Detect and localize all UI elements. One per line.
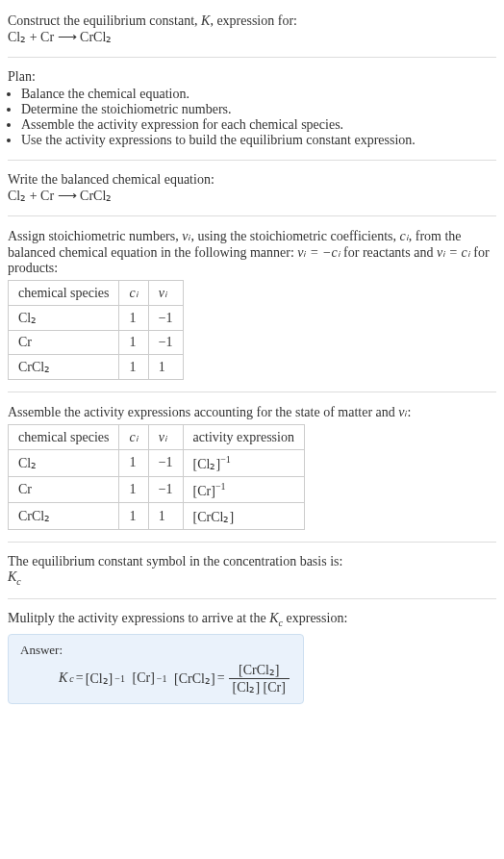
term2-base: [Cr] <box>133 670 155 686</box>
Kc-sub: c <box>16 576 20 587</box>
table-header: cᵢ <box>119 425 148 450</box>
intro-K: K <box>201 13 210 28</box>
assemble-section: Assemble the activity expressions accoun… <box>8 398 496 536</box>
table-cell: 1 <box>119 503 148 530</box>
term1-sup: −1 <box>114 673 125 684</box>
table-cell: Cl₂ <box>9 450 119 477</box>
table-row: CrCl₂ 1 1 <box>9 355 184 380</box>
activity-table: chemical species cᵢ νᵢ activity expressi… <box>8 424 305 530</box>
table-header: chemical species <box>9 281 119 306</box>
multiply-text: Mulitply the activity expressions to arr… <box>8 611 496 628</box>
expr-base: [Cr] <box>193 483 215 497</box>
plan-item: Assemble the activity expression for eac… <box>21 117 496 133</box>
answer-equation: Kc = [Cl₂]−1 [Cr]−1 [CrCl₂] = [CrCl₂] [C… <box>20 662 291 695</box>
table-header: activity expression <box>183 425 304 450</box>
answer-fraction: [CrCl₂] [Cl₂] [Cr] <box>229 662 290 695</box>
term2-sup: −1 <box>157 673 167 684</box>
table-cell: 1 <box>119 476 148 503</box>
divider <box>8 215 496 216</box>
divider <box>8 160 496 161</box>
table-header: νᵢ <box>148 425 183 450</box>
eq-sign: = <box>76 670 84 686</box>
table-cell: Cr <box>9 476 119 503</box>
table-header-row: chemical species cᵢ νᵢ activity expressi… <box>9 425 305 450</box>
multiply-text-b: expression: <box>283 611 347 625</box>
divider <box>8 598 496 599</box>
plan-item: Use the activity expressions to build th… <box>21 133 496 148</box>
assemble-text-a: Assemble the activity expressions accoun… <box>8 405 398 419</box>
table-cell: 1 <box>119 306 148 331</box>
table-cell: 1 <box>119 450 148 477</box>
multiply-text-a: Mulitply the activity expressions to arr… <box>8 611 269 625</box>
assign-text-d: for reactants and <box>340 245 437 260</box>
table-row: Cr 1 −1 <box>9 331 184 355</box>
table-cell: −1 <box>148 331 183 355</box>
assign-rel1: νᵢ = −cᵢ <box>297 245 340 260</box>
table-cell: Cr <box>9 331 119 355</box>
expr-sup: −1 <box>215 481 226 492</box>
assemble-nu: νᵢ <box>398 405 407 419</box>
table-cell: CrCl₂ <box>9 355 119 380</box>
table-cell: CrCl₂ <box>9 503 119 530</box>
frac-num: [CrCl₂] <box>229 662 290 679</box>
expr-sup: −1 <box>220 454 231 465</box>
assign-text: Assign stoichiometric numbers, νᵢ, using… <box>8 228 496 276</box>
term1-base: [Cl₂] <box>86 670 113 687</box>
table-cell: [Cr]−1 <box>183 476 304 503</box>
plan-item: Determine the stoichiometric numbers. <box>21 102 496 117</box>
divider <box>8 542 496 543</box>
term3-base: [CrCl₂] <box>174 670 215 687</box>
table-row: Cl₂ 1 −1 [Cl₂]−1 <box>9 450 305 477</box>
intro-equation: Cl₂ + Cr ⟶ CrCl₂ <box>8 29 496 45</box>
eq-sign-2: = <box>217 670 225 686</box>
expr-base: [CrCl₂] <box>193 510 235 524</box>
table-cell: 1 <box>148 355 183 380</box>
intro-line1: Construct the equilibrium constant, K, e… <box>8 13 496 29</box>
basis-line1: The equilibrium constant symbol in the c… <box>8 554 496 569</box>
plan-heading: Plan: <box>8 69 496 85</box>
multiply-section: Mulitply the activity expressions to arr… <box>8 605 496 710</box>
assign-c: cᵢ <box>400 229 409 243</box>
stoich-table: chemical species cᵢ νᵢ Cl₂ 1 −1 Cr 1 −1 … <box>8 280 184 380</box>
table-cell: −1 <box>148 476 183 503</box>
basis-section: The equilibrium constant symbol in the c… <box>8 548 496 593</box>
plan-list: Balance the chemical equation. Determine… <box>8 87 496 148</box>
table-cell: 1 <box>119 331 148 355</box>
table-row: Cl₂ 1 −1 <box>9 306 184 331</box>
table-header-row: chemical species cᵢ νᵢ <box>9 281 184 306</box>
table-cell: −1 <box>148 450 183 477</box>
table-row: CrCl₂ 1 1 [CrCl₂] <box>9 503 305 530</box>
table-cell: 1 <box>148 503 183 530</box>
intro-section: Construct the equilibrium constant, K, e… <box>8 8 496 51</box>
plan-item: Balance the chemical equation. <box>21 87 496 102</box>
assemble-text-b: : <box>408 405 412 419</box>
assign-text-a: Assign stoichiometric numbers, <box>8 229 182 243</box>
intro-text-b: , expression for: <box>210 13 297 28</box>
assign-rel2: νᵢ = cᵢ <box>437 245 470 260</box>
assemble-text: Assemble the activity expressions accoun… <box>8 404 496 420</box>
table-header: νᵢ <box>148 281 183 306</box>
balanced-equation: Cl₂ + Cr ⟶ CrCl₂ <box>8 188 496 204</box>
assign-section: Assign stoichiometric numbers, νᵢ, using… <box>8 222 496 386</box>
balanced-section: Write the balanced chemical equation: Cl… <box>8 166 496 210</box>
table-cell: 1 <box>119 355 148 380</box>
table-cell: −1 <box>148 306 183 331</box>
plan-section: Plan: Balance the chemical equation. Det… <box>8 63 496 154</box>
answer-Kc-sub: c <box>69 673 73 684</box>
basis-Kc: Kc <box>8 569 496 587</box>
divider <box>8 57 496 58</box>
table-cell: Cl₂ <box>9 306 119 331</box>
multiply-Kc: K <box>269 611 278 625</box>
balanced-heading: Write the balanced chemical equation: <box>8 172 496 188</box>
table-cell: [CrCl₂] <box>183 503 304 530</box>
expr-base: [Cl₂] <box>193 457 221 471</box>
table-header: chemical species <box>9 425 119 450</box>
table-row: Cr 1 −1 [Cr]−1 <box>9 476 305 503</box>
answer-label: Answer: <box>20 643 291 658</box>
Kc-K: K <box>8 569 16 584</box>
table-header: cᵢ <box>119 281 148 306</box>
frac-den: [Cl₂] [Cr] <box>229 679 290 695</box>
divider <box>8 392 496 392</box>
answer-Kc: K <box>59 670 67 686</box>
table-cell: [Cl₂]−1 <box>183 450 304 477</box>
